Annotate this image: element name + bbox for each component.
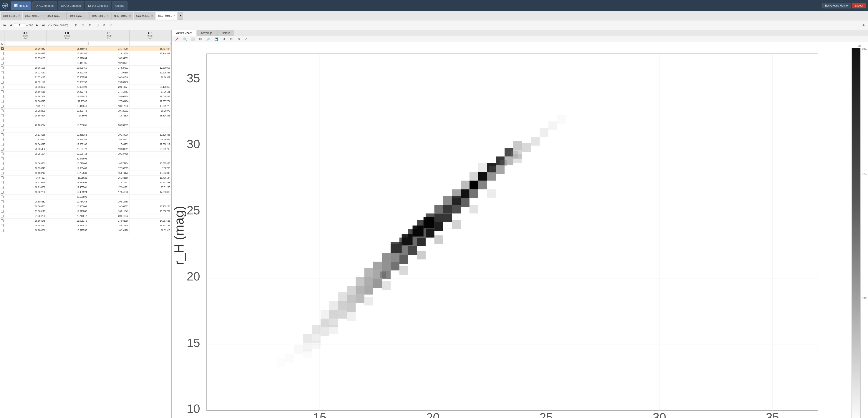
table-row[interactable]: 21.28470820.71694220.541323	[0, 214, 171, 218]
table-row[interactable]: 19.36835118.72800318.57510418.525455	[0, 161, 171, 166]
row-checkbox[interactable]	[1, 119, 4, 122]
table-row[interactable]: 18.30305917.82274217.71078117.70151	[0, 90, 171, 94]
row-checkbox[interactable]	[1, 143, 4, 146]
nav-tab-dp03-catalogs[interactable]: DP0.3 Catalogs	[85, 1, 111, 10]
tab-dp03-catal-1-close[interactable]: ✕	[40, 15, 42, 17]
row-checkbox[interactable]	[1, 172, 4, 175]
table-row[interactable]: 18.66566518.02545517.82789217.896055	[0, 66, 171, 70]
row-checkbox[interactable]	[1, 90, 4, 93]
row-checkbox[interactable]	[1, 215, 4, 217]
tab-data-int-1[interactable]: data-int.lss... ✕	[1, 12, 22, 20]
row-checkbox[interactable]	[1, 205, 4, 208]
tab-active-chart[interactable]: Active Chart	[172, 30, 196, 36]
page-prev-button[interactable]: ◀	[8, 22, 14, 28]
row-checkbox[interactable]	[1, 57, 4, 60]
filter-i_H-input[interactable]	[88, 42, 129, 45]
table-row[interactable]: 18.02306717.39225417.19036517.220387	[0, 70, 171, 75]
logout-button[interactable]: Logout	[852, 3, 866, 8]
settings-button[interactable]: ⚙	[101, 22, 107, 28]
row-checkbox[interactable]	[1, 196, 4, 198]
table-row[interactable]: 19.44579519.108767	[0, 61, 171, 66]
chart-filter-button[interactable]: ⊟	[228, 36, 235, 42]
table-row[interactable]: 20.38653219.76426319.814758	[0, 200, 171, 204]
tab-dp03-catal-active[interactable]: dp03_catal... ✕	[156, 12, 178, 20]
tab-dropdown-button[interactable]: ▾	[178, 12, 183, 20]
chart-expand-button[interactable]: ⤢	[243, 36, 249, 42]
row-checkbox[interactable]	[1, 157, 4, 160]
table-row[interactable]: 18.90488218.45886618.34008818.417654	[0, 47, 171, 51]
row-checkbox[interactable]	[1, 210, 4, 213]
row-checkbox[interactable]	[1, 114, 4, 117]
table-row[interactable]: 18.34631517.65918217.4923217.500212	[0, 142, 171, 147]
table-row[interactable]: 19.2638718.65638218.43430318.46966	[0, 137, 171, 142]
tab-dp03-catal-3[interactable]: dp03_catal... ✕	[67, 12, 89, 20]
column-button[interactable]: ⊞	[87, 22, 93, 28]
table-row[interactable]: 19.00653318.38300318.20636718.239223	[0, 204, 171, 209]
table-row[interactable]: 20.29280919.80974819.72666219.76973	[0, 109, 171, 113]
row-checkbox[interactable]	[1, 224, 4, 227]
table-row[interactable]: 15.56817815.09517614.98298814.967625	[0, 218, 171, 223]
background-monitor-button[interactable]: Background Monitor	[823, 3, 851, 8]
row-checkbox[interactable]	[1, 186, 4, 189]
table-row[interactable]: 20.535591	[0, 195, 171, 200]
filter-z_H-input[interactable]	[130, 42, 171, 45]
row-checkbox[interactable]	[1, 62, 4, 64]
tab-dp03-catal-4-close[interactable]: ✕	[107, 15, 108, 17]
zoom-in-button[interactable]: 🔍	[181, 36, 188, 42]
tab-data-int-1-close[interactable]: ✕	[18, 15, 20, 17]
row-checkbox[interactable]	[1, 133, 4, 136]
row-checkbox[interactable]	[1, 167, 4, 170]
expand-button[interactable]: ⤢	[108, 22, 114, 28]
table-row[interactable]: 21.07914720.50855420.28154820.16309	[0, 75, 171, 80]
nav-tab-dp02-catalogs[interactable]: DP0.2 Catalogs	[58, 1, 84, 10]
table-row[interactable]: 20.25106419.55871419.337418	[0, 152, 171, 156]
row-checkbox[interactable]	[1, 86, 4, 88]
row-checkbox[interactable]	[1, 95, 4, 98]
row-checkbox[interactable]	[1, 152, 4, 155]
table-row[interactable]: 19.07813318.52763418.234362	[0, 56, 171, 61]
pin-button[interactable]: 📌	[173, 36, 180, 42]
tab-dp03-catal-5[interactable]: dp03_catal... ✕	[112, 12, 133, 20]
table-row[interactable]: 18.98085618.52755718.39117818.33915	[0, 228, 171, 233]
chart-settings-button[interactable]: ⚙	[236, 36, 242, 42]
table-row[interactable]: 18.08773217.43622417.24184817.293865	[0, 190, 171, 195]
row-checkbox[interactable]	[1, 148, 4, 151]
row-checkbox[interactable]	[1, 47, 4, 50]
page-number-input[interactable]	[14, 23, 25, 27]
table-row[interactable]: 20.343592	[0, 156, 171, 161]
table-row[interactable]	[0, 128, 171, 132]
tab-data-int-2[interactable]: data-int.lss... ✕	[133, 12, 155, 20]
table-row[interactable]: 18.74632518.27476718.1445418.144869	[0, 51, 171, 56]
table-row[interactable]: 20.53117820.00879719.808758	[0, 80, 171, 85]
row-checkbox[interactable]	[1, 162, 4, 165]
filter-button[interactable]: ⊟	[73, 22, 79, 28]
table-row[interactable]: 19.39373218.67742718.51051518.642153	[0, 223, 171, 228]
nav-tab-upload[interactable]: Upload	[112, 1, 127, 10]
table-row[interactable]: 18.11480917.43558117.24190117.31266	[0, 185, 171, 190]
table-row[interactable]: 18.62094317.98540917.76661517.8795	[0, 166, 171, 171]
table-row[interactable]: 20.83548220.19377719.98021120.055706	[0, 147, 171, 152]
tab-dp03-catal-5-close[interactable]: ✕	[129, 15, 131, 17]
restore-button[interactable]: ↺	[221, 36, 227, 42]
table-row[interactable]: 18.9173418.44034618.31793818.309778	[0, 104, 171, 109]
table-row[interactable]: 20.56308220.09519820.04977420.129868	[0, 85, 171, 90]
zoom-out-button[interactable]: 🔎	[205, 36, 212, 42]
info-button[interactable]: ⓘ	[94, 22, 100, 28]
nav-tab-dp02-images[interactable]: DP0.2 Images	[32, 1, 57, 10]
row-checkbox[interactable]	[1, 110, 4, 112]
page-next-button[interactable]: ▶	[34, 22, 40, 28]
save-button[interactable]: 💾	[213, 36, 220, 42]
tab-dp03-catal-2-close[interactable]: ✕	[63, 15, 64, 17]
page-first-button[interactable]: ⏮	[2, 22, 8, 28]
zoom-fit-button[interactable]: ⊡	[197, 36, 204, 42]
row-checkbox[interactable]	[1, 105, 4, 108]
row-checkbox[interactable]	[1, 229, 4, 232]
row-checkbox[interactable]	[1, 124, 4, 127]
row-checkbox[interactable]	[1, 219, 4, 222]
table-row[interactable]: 16.19871315.72753915.61017215.602846	[0, 171, 171, 176]
tab-dp03-catal-active-close[interactable]: ✕	[173, 14, 175, 17]
tab-coverage[interactable]: Coverage	[196, 30, 217, 36]
tab-dp03-catal-4[interactable]: dp03_catal... ✕	[89, 12, 111, 20]
nav-tab-results[interactable]: 📊 Results	[11, 1, 31, 10]
row-checkbox[interactable]	[1, 100, 4, 103]
